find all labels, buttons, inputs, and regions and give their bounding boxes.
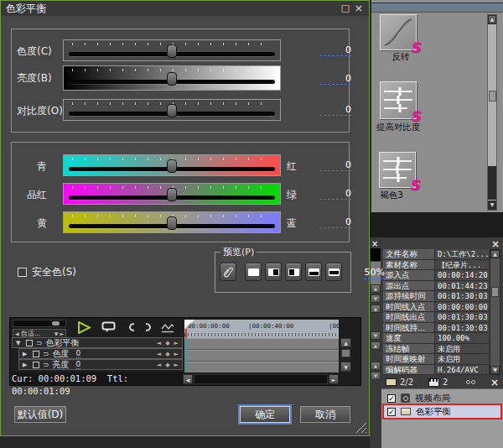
curve-view-button[interactable] xyxy=(161,320,175,334)
safe-color-checkbox[interactable] xyxy=(18,268,27,277)
effect-item-contrast[interactable]: S xyxy=(380,81,417,119)
preview-zoom-field[interactable]: 50% xyxy=(364,267,386,279)
add-keyframe-icon[interactable]: ◆ xyxy=(165,351,169,357)
scroll-down-icon[interactable]: ▼ xyxy=(490,366,500,374)
yellow-blue-value-field[interactable]: 0 xyxy=(319,216,351,228)
add-keyframe-icon[interactable]: ◆ xyxy=(165,340,169,346)
prev-keyframe-icon[interactable]: ◄ xyxy=(157,351,161,357)
cancel-button[interactable]: 取消 xyxy=(300,406,350,423)
effect-item-invert[interactable]: S xyxy=(380,14,417,50)
playhead-line[interactable] xyxy=(185,338,187,372)
close-icon[interactable]: × xyxy=(352,1,366,16)
chevron-down-icon[interactable]: ▼ xyxy=(54,331,59,336)
spin-up-icon[interactable]: ▲ xyxy=(371,284,381,293)
scroll-right-icon[interactable]: ► xyxy=(329,374,339,384)
row-value[interactable]: 0 xyxy=(76,349,81,358)
preview-split-top-button[interactable] xyxy=(325,263,342,281)
spin-down-icon[interactable]: ▼ xyxy=(371,372,381,380)
slider-thumb[interactable] xyxy=(167,216,177,230)
slider-thumb[interactable] xyxy=(167,44,177,58)
list-item-video-layout[interactable]: ✓ 视频布局 xyxy=(384,392,500,404)
row-value[interactable]: 0 xyxy=(76,360,81,369)
redo-button[interactable] xyxy=(143,320,155,334)
contrast-slider[interactable] xyxy=(63,99,281,121)
spin-up-icon[interactable]: ▲ xyxy=(371,305,381,313)
scroll-down-icon[interactable]: ▼ xyxy=(488,201,496,210)
cyan-red-slider[interactable] xyxy=(63,154,281,176)
slider-thumb[interactable] xyxy=(167,104,177,117)
brightness-value-field[interactable]: 0 xyxy=(319,73,351,85)
resize-grip[interactable] xyxy=(354,422,366,433)
film-icon[interactable] xyxy=(466,380,475,384)
timeline-zoom-slider[interactable] xyxy=(13,320,66,327)
chroma-value-field[interactable]: 0 xyxy=(319,44,351,56)
row-checkbox[interactable] xyxy=(33,351,39,357)
scroll-up-icon[interactable]: ▲ xyxy=(488,15,496,24)
scroll-down-icon[interactable]: ▼ xyxy=(340,362,351,372)
scrollbar-thumb[interactable] xyxy=(489,91,496,102)
effect-item-sepia3[interactable]: S xyxy=(379,152,416,188)
cyan-red-value-field[interactable]: 0 xyxy=(319,159,351,171)
spin-up-icon[interactable]: ▲ xyxy=(371,341,381,350)
spin-down-icon[interactable]: ▼ xyxy=(371,294,381,303)
close-icon[interactable]: × xyxy=(491,238,500,250)
brightness-slider[interactable] xyxy=(63,65,281,91)
scroll-up-icon[interactable]: ▲ xyxy=(340,338,351,347)
slider-thumb[interactable] xyxy=(167,188,177,201)
checkbox-checked[interactable]: ✓ xyxy=(387,394,396,403)
next-keyframe-icon[interactable]: ► xyxy=(174,351,179,357)
default-button[interactable]: 默认值(D) xyxy=(14,406,66,423)
spin-up-icon[interactable]: ▲ xyxy=(371,362,381,370)
scrollbar-thumb[interactable] xyxy=(491,287,499,297)
add-keyframe-icon[interactable]: ◆ xyxy=(165,362,169,368)
kf-row-brightness[interactable]: ▶ ⊃ 亮度 0 ◄ ◆ ► xyxy=(18,359,183,370)
row-checkbox[interactable] xyxy=(26,340,33,346)
magenta-green-value-field[interactable]: 0 xyxy=(319,188,351,200)
slider-thumb[interactable] xyxy=(167,159,177,173)
scrollbar-track[interactable] xyxy=(488,166,496,200)
next-keyframe-icon[interactable]: ► xyxy=(174,340,179,346)
expand-icon[interactable]: ▶ xyxy=(23,362,29,368)
checkbox-checked[interactable]: ✓ xyxy=(387,408,396,416)
magenta-green-slider[interactable] xyxy=(63,183,281,205)
collapse-icon[interactable]: ▼ xyxy=(16,340,23,346)
next-keyframe-icon[interactable]: ► xyxy=(174,362,179,368)
expand-icon[interactable]: ▶ xyxy=(23,351,29,357)
scroll-left-icon[interactable]: ◀ xyxy=(183,374,193,384)
info-scrollbar[interactable]: ▲ ▼ xyxy=(490,249,500,375)
preview-full-button[interactable] xyxy=(245,263,262,281)
effects-scrollbar[interactable]: ▲ ▼ xyxy=(487,14,497,211)
delete-icon[interactable]: × xyxy=(490,377,499,388)
left-icon[interactable]: ◀ xyxy=(15,331,19,336)
prev-keyframe-icon[interactable]: ◄ xyxy=(157,362,161,368)
preview-split-left-button[interactable] xyxy=(285,263,302,281)
timeline-ruler[interactable]: 00:00:00:00 |00:00:40:00 |00:0 xyxy=(184,320,339,338)
preview-split-right-button[interactable] xyxy=(265,263,282,281)
kf-row-color-balance[interactable]: ▼ ⊃ 色彩平衡 ◄ ◆ ► xyxy=(12,337,183,348)
chroma-slider[interactable] xyxy=(63,39,281,61)
preview-window-button[interactable] xyxy=(101,320,116,334)
playhead-icon[interactable] xyxy=(184,320,194,329)
prev-keyframe-icon[interactable]: ◄ xyxy=(157,340,161,346)
right-icon[interactable]: ► xyxy=(60,331,64,336)
maximize-icon[interactable]: □ xyxy=(339,1,352,16)
ok-button[interactable]: 确定 xyxy=(240,406,290,423)
dialog-titlebar[interactable]: 色彩平衡 □ × xyxy=(1,1,369,16)
slider-thumb[interactable] xyxy=(167,72,177,86)
scrollbar-thumb[interactable] xyxy=(341,349,350,357)
row-checkbox[interactable] xyxy=(33,362,39,368)
slider-thumb[interactable] xyxy=(52,321,60,326)
undo-button[interactable] xyxy=(125,320,137,334)
scroll-up-icon[interactable]: ▲ xyxy=(490,250,500,258)
spin-down-icon[interactable]: ▼ xyxy=(371,331,381,340)
close-icon[interactable]: × xyxy=(371,239,378,248)
timeline-hscrollbar[interactable] xyxy=(194,374,328,384)
kf-row-chroma[interactable]: ▶ ⊃ 色度 0 ◄ ◆ ► xyxy=(18,348,183,359)
preview-compare-button[interactable] xyxy=(220,263,236,281)
list-item-color-balance[interactable]: ✓ 色彩平衡 xyxy=(384,405,500,418)
play-button[interactable] xyxy=(77,320,91,334)
yellow-blue-slider[interactable] xyxy=(63,211,281,233)
keyframe-lanes[interactable] xyxy=(184,338,339,372)
preview-split-bottom-button[interactable] xyxy=(305,263,322,281)
contrast-value-field[interactable]: 0 xyxy=(319,104,351,116)
